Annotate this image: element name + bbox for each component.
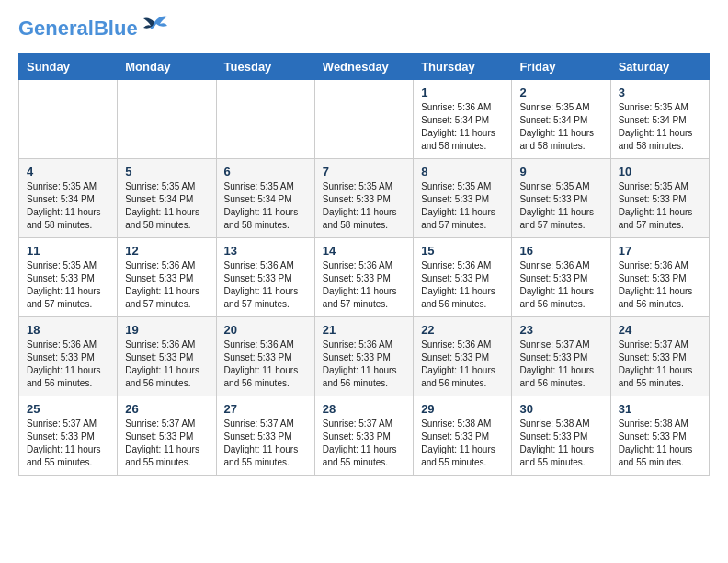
calendar-cell: 23Sunrise: 5:37 AM Sunset: 5:33 PM Dayli… xyxy=(512,317,610,396)
calendar-cell: 8Sunrise: 5:35 AM Sunset: 5:33 PM Daylig… xyxy=(414,159,512,238)
day-info: Sunrise: 5:37 AM Sunset: 5:33 PM Dayligh… xyxy=(519,339,602,390)
day-number: 6 xyxy=(224,165,307,178)
column-header-tuesday: Tuesday xyxy=(216,54,314,80)
day-info: Sunrise: 5:37 AM Sunset: 5:33 PM Dayligh… xyxy=(323,418,405,469)
day-info: Sunrise: 5:35 AM Sunset: 5:34 PM Dayligh… xyxy=(27,180,109,232)
day-info: Sunrise: 5:36 AM Sunset: 5:33 PM Dayligh… xyxy=(125,339,208,390)
calendar-cell: 6Sunrise: 5:35 AM Sunset: 5:34 PM Daylig… xyxy=(216,159,314,238)
day-info: Sunrise: 5:36 AM Sunset: 5:33 PM Dayligh… xyxy=(27,339,109,390)
day-info: Sunrise: 5:36 AM Sunset: 5:33 PM Dayligh… xyxy=(619,259,701,311)
column-header-thursday: Thursday xyxy=(414,54,512,80)
calendar-cell xyxy=(314,80,413,159)
day-number: 17 xyxy=(619,244,701,258)
week-row-3: 11Sunrise: 5:35 AM Sunset: 5:33 PM Dayli… xyxy=(19,238,710,317)
day-info: Sunrise: 5:35 AM Sunset: 5:34 PM Dayligh… xyxy=(224,180,307,232)
day-number: 26 xyxy=(125,402,208,416)
day-number: 12 xyxy=(125,244,208,258)
day-number: 20 xyxy=(224,323,307,337)
day-number: 10 xyxy=(619,165,701,178)
week-row-5: 25Sunrise: 5:37 AM Sunset: 5:33 PM Dayli… xyxy=(19,396,710,476)
day-info: Sunrise: 5:35 AM Sunset: 5:33 PM Dayligh… xyxy=(519,180,602,232)
day-info: Sunrise: 5:36 AM Sunset: 5:33 PM Dayligh… xyxy=(323,339,405,390)
day-info: Sunrise: 5:37 AM Sunset: 5:33 PM Dayligh… xyxy=(27,418,109,469)
calendar-cell: 7Sunrise: 5:35 AM Sunset: 5:33 PM Daylig… xyxy=(314,159,413,238)
day-info: Sunrise: 5:38 AM Sunset: 5:33 PM Dayligh… xyxy=(519,418,602,469)
calendar-cell: 3Sunrise: 5:35 AM Sunset: 5:34 PM Daylig… xyxy=(610,80,709,159)
day-info: Sunrise: 5:35 AM Sunset: 5:34 PM Dayligh… xyxy=(519,101,602,153)
day-number: 29 xyxy=(421,402,504,416)
day-number: 30 xyxy=(519,402,602,416)
calendar-cell: 4Sunrise: 5:35 AM Sunset: 5:34 PM Daylig… xyxy=(19,159,118,238)
day-info: Sunrise: 5:35 AM Sunset: 5:34 PM Dayligh… xyxy=(125,180,208,232)
calendar-cell: 29Sunrise: 5:38 AM Sunset: 5:33 PM Dayli… xyxy=(414,396,512,476)
week-row-4: 18Sunrise: 5:36 AM Sunset: 5:33 PM Dayli… xyxy=(19,317,710,396)
day-number: 31 xyxy=(619,402,701,416)
calendar-table: SundayMondayTuesdayWednesdayThursdayFrid… xyxy=(18,53,710,476)
day-info: Sunrise: 5:37 AM Sunset: 5:33 PM Dayligh… xyxy=(619,339,701,390)
day-number: 16 xyxy=(519,244,602,258)
calendar-cell: 27Sunrise: 5:37 AM Sunset: 5:33 PM Dayli… xyxy=(216,396,314,476)
day-number: 23 xyxy=(519,323,602,337)
day-number: 28 xyxy=(323,402,405,416)
day-info: Sunrise: 5:38 AM Sunset: 5:33 PM Dayligh… xyxy=(421,418,504,469)
day-info: Sunrise: 5:35 AM Sunset: 5:33 PM Dayligh… xyxy=(323,180,405,232)
calendar-cell: 21Sunrise: 5:36 AM Sunset: 5:33 PM Dayli… xyxy=(314,317,413,396)
calendar-cell: 5Sunrise: 5:35 AM Sunset: 5:34 PM Daylig… xyxy=(118,159,216,238)
column-header-wednesday: Wednesday xyxy=(314,54,413,80)
day-info: Sunrise: 5:36 AM Sunset: 5:33 PM Dayligh… xyxy=(421,339,504,390)
calendar-cell: 1Sunrise: 5:36 AM Sunset: 5:34 PM Daylig… xyxy=(414,80,512,159)
day-info: Sunrise: 5:36 AM Sunset: 5:33 PM Dayligh… xyxy=(125,259,208,311)
day-number: 25 xyxy=(27,402,109,416)
day-number: 4 xyxy=(27,165,109,178)
day-number: 13 xyxy=(224,244,307,258)
day-number: 11 xyxy=(27,244,109,258)
calendar-cell: 20Sunrise: 5:36 AM Sunset: 5:33 PM Dayli… xyxy=(216,317,314,396)
day-number: 1 xyxy=(421,86,504,99)
column-header-saturday: Saturday xyxy=(610,54,709,80)
calendar-cell xyxy=(19,80,118,159)
day-number: 9 xyxy=(519,165,602,178)
logo-text: GeneralBlue xyxy=(18,18,138,39)
calendar-cell: 25Sunrise: 5:37 AM Sunset: 5:33 PM Dayli… xyxy=(19,396,118,476)
calendar-cell: 28Sunrise: 5:37 AM Sunset: 5:33 PM Dayli… xyxy=(314,396,413,476)
calendar-cell: 22Sunrise: 5:36 AM Sunset: 5:33 PM Dayli… xyxy=(414,317,512,396)
calendar-cell: 30Sunrise: 5:38 AM Sunset: 5:33 PM Dayli… xyxy=(512,396,610,476)
logo-bird-icon xyxy=(142,15,167,33)
day-number: 21 xyxy=(323,323,405,337)
calendar-cell: 9Sunrise: 5:35 AM Sunset: 5:33 PM Daylig… xyxy=(512,159,610,238)
day-number: 27 xyxy=(224,402,307,416)
day-number: 7 xyxy=(323,165,405,178)
calendar-cell: 2Sunrise: 5:35 AM Sunset: 5:34 PM Daylig… xyxy=(512,80,610,159)
calendar-cell: 17Sunrise: 5:36 AM Sunset: 5:33 PM Dayli… xyxy=(610,238,709,317)
day-info: Sunrise: 5:35 AM Sunset: 5:33 PM Dayligh… xyxy=(619,180,701,232)
day-info: Sunrise: 5:37 AM Sunset: 5:33 PM Dayligh… xyxy=(125,418,208,469)
calendar-cell: 19Sunrise: 5:36 AM Sunset: 5:33 PM Dayli… xyxy=(118,317,216,396)
day-number: 24 xyxy=(619,323,701,337)
day-info: Sunrise: 5:36 AM Sunset: 5:33 PM Dayligh… xyxy=(421,259,504,311)
column-header-monday: Monday xyxy=(118,54,216,80)
day-number: 2 xyxy=(519,86,602,99)
day-info: Sunrise: 5:36 AM Sunset: 5:33 PM Dayligh… xyxy=(224,339,307,390)
day-number: 3 xyxy=(619,86,701,99)
day-number: 18 xyxy=(27,323,109,337)
calendar-cell: 26Sunrise: 5:37 AM Sunset: 5:33 PM Dayli… xyxy=(118,396,216,476)
day-info: Sunrise: 5:35 AM Sunset: 5:33 PM Dayligh… xyxy=(421,180,504,232)
column-header-friday: Friday xyxy=(512,54,610,80)
day-number: 19 xyxy=(125,323,208,337)
day-info: Sunrise: 5:36 AM Sunset: 5:33 PM Dayligh… xyxy=(519,259,602,311)
day-info: Sunrise: 5:35 AM Sunset: 5:33 PM Dayligh… xyxy=(27,259,109,311)
calendar-cell: 14Sunrise: 5:36 AM Sunset: 5:33 PM Dayli… xyxy=(314,238,413,317)
day-number: 15 xyxy=(421,244,504,258)
calendar-cell xyxy=(118,80,216,159)
column-header-sunday: Sunday xyxy=(19,54,118,80)
day-number: 14 xyxy=(323,244,405,258)
day-info: Sunrise: 5:37 AM Sunset: 5:33 PM Dayligh… xyxy=(224,418,307,469)
week-row-1: 1Sunrise: 5:36 AM Sunset: 5:34 PM Daylig… xyxy=(19,80,710,159)
calendar-cell: 15Sunrise: 5:36 AM Sunset: 5:33 PM Dayli… xyxy=(414,238,512,317)
calendar-cell: 11Sunrise: 5:35 AM Sunset: 5:33 PM Dayli… xyxy=(19,238,118,317)
day-info: Sunrise: 5:36 AM Sunset: 5:34 PM Dayligh… xyxy=(421,101,504,153)
calendar-header-row: SundayMondayTuesdayWednesdayThursdayFrid… xyxy=(19,54,710,80)
calendar-cell: 16Sunrise: 5:36 AM Sunset: 5:33 PM Dayli… xyxy=(512,238,610,317)
day-info: Sunrise: 5:38 AM Sunset: 5:33 PM Dayligh… xyxy=(619,418,701,469)
day-number: 5 xyxy=(125,165,208,178)
